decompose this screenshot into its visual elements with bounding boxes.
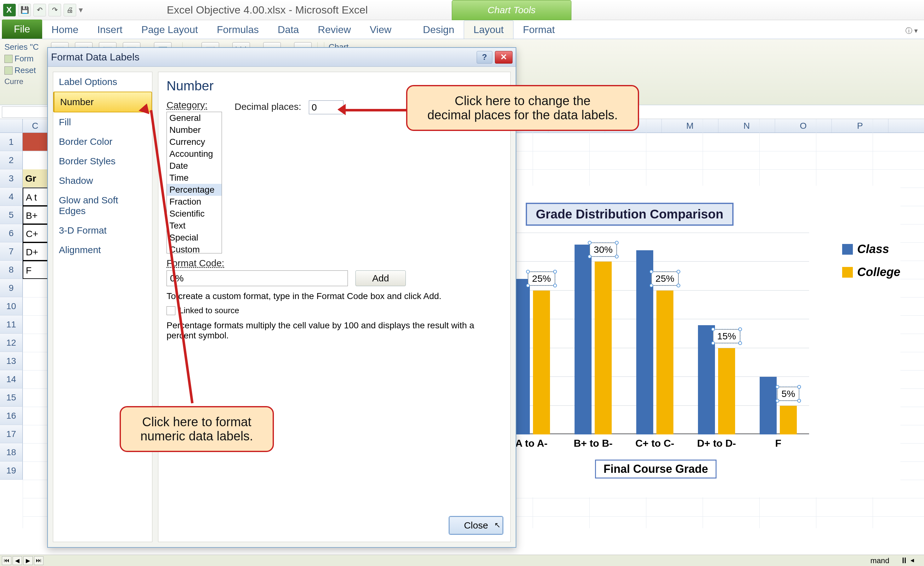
qat-undo-icon[interactable]: ↶	[33, 4, 46, 17]
data-label[interactable]: 25%	[528, 272, 555, 285]
row-header[interactable]: 14	[0, 370, 22, 389]
tab-formulas[interactable]: Formulas	[207, 21, 268, 39]
close-button[interactable]: Close ↖	[449, 516, 503, 534]
category-option[interactable]: Currency	[167, 136, 222, 148]
cell[interactable]: Gr	[22, 170, 48, 188]
row-header[interactable]: 4	[0, 188, 22, 206]
chart-legend[interactable]: Class College	[842, 242, 900, 288]
dialog-nav-item[interactable]: Fill	[53, 113, 152, 132]
bar[interactable]	[718, 348, 735, 434]
category-option[interactable]: Number	[167, 124, 222, 136]
cell[interactable]: F	[22, 261, 48, 279]
cell[interactable]: A t	[22, 188, 48, 206]
select-all-corner[interactable]	[0, 119, 22, 132]
row-header[interactable]: 7	[0, 242, 22, 261]
tab-design[interactable]: Design	[413, 21, 464, 39]
format-selection-button[interactable]: Form	[15, 54, 34, 64]
dialog-nav-item[interactable]: Label Options	[53, 72, 152, 92]
tab-insert[interactable]: Insert	[88, 21, 132, 39]
bar[interactable]	[780, 406, 797, 434]
category-option[interactable]: Text	[167, 220, 222, 232]
row-header[interactable]: 15	[0, 389, 22, 407]
dialog-nav-item[interactable]: Glow and Soft Edges	[53, 191, 152, 221]
category-option[interactable]: Time	[167, 172, 222, 184]
plot-area[interactable]: 25%30%25%15%5%	[501, 233, 809, 434]
format-code-input[interactable]	[166, 270, 348, 286]
category-option[interactable]: Custom	[167, 244, 222, 254]
embedded-chart[interactable]: Grade Distribution Comparison Class Coll…	[491, 186, 900, 497]
row-header[interactable]: 19	[0, 461, 22, 480]
row-header[interactable]: 16	[0, 407, 22, 425]
row-header[interactable]: 12	[0, 334, 22, 352]
tab-file[interactable]: File	[2, 20, 42, 39]
tab-review[interactable]: Review	[309, 21, 360, 39]
reset-style-button[interactable]: Reset	[15, 66, 36, 75]
row-header[interactable]: 10	[0, 297, 22, 315]
bar[interactable]	[760, 377, 777, 434]
name-box[interactable]	[2, 107, 48, 118]
cell[interactable]: D+	[22, 242, 48, 261]
data-label[interactable]: 30%	[590, 243, 617, 257]
dialog-nav-item[interactable]: Border Styles	[53, 152, 152, 171]
dialog-nav-item[interactable]: Alignment	[53, 240, 152, 260]
cell[interactable]: B+	[22, 206, 48, 224]
data-label[interactable]: 25%	[651, 272, 678, 285]
dialog-titlebar[interactable]: Format Data Labels ? ✕	[48, 48, 516, 67]
dialog-help-button[interactable]: ?	[477, 51, 492, 64]
current-selection-group: Series "C Form Reset Curre	[4, 42, 48, 102]
category-option[interactable]: Scientific	[167, 208, 222, 220]
category-option[interactable]: Accounting	[167, 148, 222, 160]
series-dropdown[interactable]: Series "C	[4, 42, 39, 52]
row-header[interactable]: 11	[0, 315, 22, 334]
row-header[interactable]: 13	[0, 352, 22, 370]
qat-save-icon[interactable]: 💾	[18, 4, 31, 17]
category-option[interactable]: Fraction	[167, 196, 222, 208]
qat-redo-icon[interactable]: ↷	[48, 4, 61, 17]
row-header[interactable]: 18	[0, 443, 22, 461]
row-header[interactable]: 6	[0, 224, 22, 242]
x-axis-title[interactable]: Final Course Grade	[595, 459, 717, 479]
tab-format[interactable]: Format	[513, 21, 564, 39]
row-header[interactable]: 8	[0, 261, 22, 279]
data-label[interactable]: 5%	[777, 387, 799, 401]
row-header[interactable]: 5	[0, 206, 22, 224]
qat-print-icon[interactable]: 🖨	[64, 4, 76, 17]
dialog-close-x-button[interactable]: ✕	[495, 51, 513, 64]
tab-view[interactable]: View	[360, 21, 401, 39]
chart-title[interactable]: Grade Distribution Comparison	[526, 203, 734, 226]
row-header[interactable]: 2	[0, 151, 22, 170]
cell[interactable]: C+	[22, 224, 48, 242]
tab-data[interactable]: Data	[268, 21, 309, 39]
bar[interactable]	[574, 245, 591, 434]
dialog-nav-item[interactable]: Shadow	[53, 171, 152, 191]
tab-home[interactable]: Home	[42, 21, 88, 39]
dialog-nav-item[interactable]: Border Color	[53, 132, 152, 152]
data-label[interactable]: 15%	[713, 329, 740, 343]
row-header[interactable]: 17	[0, 425, 22, 443]
dialog-nav-item[interactable]: Number	[53, 92, 152, 113]
next-sheet-button[interactable]: ▶	[23, 556, 33, 565]
first-sheet-button[interactable]: ⏮	[2, 556, 11, 565]
prev-sheet-button[interactable]: ◀	[13, 556, 22, 565]
bar[interactable]	[636, 250, 653, 434]
number-category-listbox[interactable]: GeneralNumberCurrencyAccountingDateTimeP…	[166, 112, 222, 254]
row-header[interactable]: 3	[0, 170, 22, 188]
bar[interactable]	[533, 291, 550, 434]
tab-page-layout[interactable]: Page Layout	[132, 21, 207, 39]
dialog-category-list[interactable]: Label OptionsNumberFillBorder ColorBorde…	[53, 72, 152, 542]
row-header[interactable]: 9	[0, 279, 22, 297]
last-sheet-button[interactable]: ⏭	[34, 556, 44, 565]
minimize-ribbon-icon[interactable]: ⓘ ▾	[899, 23, 924, 39]
category-option[interactable]: Date	[167, 160, 222, 172]
tab-layout[interactable]: Layout	[464, 21, 513, 39]
row-header[interactable]: 1	[0, 133, 22, 151]
dialog-nav-item[interactable]: 3-D Format	[53, 221, 152, 240]
linked-to-source-checkbox[interactable]	[166, 306, 176, 315]
category-option[interactable]: Percentage	[167, 184, 222, 196]
add-button[interactable]: Add	[356, 270, 406, 286]
bar[interactable]	[595, 261, 612, 434]
bar[interactable]	[656, 291, 674, 434]
category-option[interactable]: General	[167, 112, 222, 124]
category-option[interactable]: Special	[167, 232, 222, 244]
cell[interactable]	[22, 133, 48, 151]
